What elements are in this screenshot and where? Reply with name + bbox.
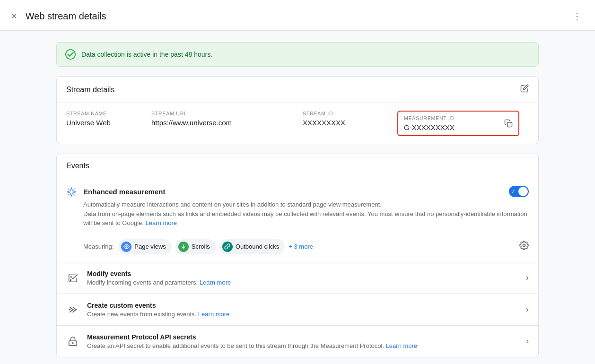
measurement-protocol-desc: Create an API secret to enable additiona…: [87, 342, 526, 349]
outbound-clicks-chip-label: Outbound clicks: [236, 243, 280, 250]
modify-events-learn-more[interactable]: Learn more: [200, 279, 231, 286]
main-content: Data collection is active in the past 48…: [37, 31, 558, 364]
measurement-protocol-content: Measurement Protocol API secrets Create …: [87, 333, 526, 349]
modify-events-desc: Modify incoming events and parameters. L…: [87, 279, 526, 286]
chip-outbound-clicks[interactable]: Outbound clicks: [219, 239, 285, 254]
stream-url-label: STREAM URL: [151, 111, 293, 116]
em-learn-more-link[interactable]: Learn more: [146, 219, 177, 226]
edit-icon[interactable]: [520, 84, 529, 95]
close-button[interactable]: ×: [9, 9, 19, 24]
modify-events-title: Modify events: [87, 270, 526, 277]
measurement-id-box: MEASUREMENT ID G-XXXXXXXXX: [397, 111, 519, 136]
stream-id-value: XXXXXXXXX: [303, 119, 388, 127]
measurement-id-field: MEASUREMENT ID G-XXXXXXXXX: [397, 111, 529, 136]
em-content: Enhanced measurement ✓ Automatically mea…: [83, 186, 529, 228]
stream-details-header: Stream details: [57, 77, 538, 103]
alert-banner: Data collection is active in the past 48…: [56, 42, 539, 67]
stream-id-field: STREAM ID XXXXXXXXX: [303, 111, 397, 127]
outbound-clicks-chip-icon: [222, 242, 233, 252]
page-views-chip-icon: [121, 242, 131, 252]
events-title: Events: [66, 162, 89, 170]
create-custom-events-title: Create custom events: [87, 302, 526, 309]
em-description: Automatically measure interactions and c…: [83, 200, 529, 228]
create-custom-events-icon: [66, 304, 79, 315]
stream-name-field: STREAM NAME Universe Web: [66, 111, 151, 127]
create-custom-events-desc: Create new events from existing events. …: [87, 311, 526, 318]
toggle-thumb: [518, 187, 528, 196]
modify-events-chevron: ›: [526, 273, 529, 283]
toggle-check-icon: ✓: [511, 188, 516, 195]
create-custom-events-learn-more[interactable]: Learn more: [198, 311, 229, 318]
measuring-label: Measuring:: [83, 243, 114, 250]
toggle-container[interactable]: ✓: [509, 186, 529, 197]
stream-url-value: https://www.universe.com: [151, 119, 293, 127]
measurement-protocol-learn-more[interactable]: Learn more: [386, 342, 417, 349]
chip-page-views[interactable]: Page views: [118, 239, 171, 254]
toggle-track[interactable]: ✓: [509, 186, 529, 197]
page-header: × Web stream details ⋮: [0, 0, 595, 31]
em-title: Enhanced measurement: [83, 188, 165, 196]
em-desc-text1: Automatically measure interactions and c…: [83, 201, 382, 208]
measuring-row: Measuring: Page views: [66, 233, 529, 262]
measurement-id-label: MEASUREMENT ID: [404, 115, 455, 121]
modify-events-item[interactable]: Modify events Modify incoming events and…: [57, 262, 538, 294]
scrolls-chip-icon: [178, 242, 189, 252]
svg-rect-1: [508, 122, 512, 127]
create-custom-events-content: Create custom events Create new events f…: [87, 302, 526, 318]
events-header: Events: [57, 154, 538, 178]
em-top: Enhanced measurement ✓ Automatically mea…: [66, 186, 529, 228]
header-left: × Web stream details: [9, 9, 106, 24]
measurement-protocol-title: Measurement Protocol API secrets: [87, 333, 526, 341]
enhanced-measurement-section: Enhanced measurement ✓ Automatically mea…: [57, 178, 538, 262]
scrolls-chip-label: Scrolls: [192, 243, 210, 250]
svg-point-10: [72, 342, 73, 343]
measuring-chips: Page views Scrolls: [118, 239, 516, 254]
measurement-id-inner: MEASUREMENT ID G-XXXXXXXXX: [404, 115, 455, 131]
page-views-chip-label: Page views: [134, 243, 166, 250]
stream-url-field: STREAM URL https://www.universe.com: [151, 111, 303, 127]
svg-point-3: [126, 246, 127, 247]
svg-point-5: [70, 279, 72, 281]
create-custom-events-item[interactable]: Create custom events Create new events f…: [57, 294, 538, 326]
chip-scrolls[interactable]: Scrolls: [175, 239, 216, 254]
svg-point-0: [66, 50, 75, 59]
stream-details-grid: STREAM NAME Universe Web STREAM URL http…: [57, 103, 538, 144]
em-title-row: Enhanced measurement ✓: [83, 186, 529, 197]
events-section: Events Enhanced measurement ✓: [56, 154, 539, 357]
check-circle-icon: [65, 49, 76, 60]
stream-id-label: STREAM ID: [303, 111, 388, 116]
gear-icon[interactable]: [519, 241, 529, 252]
page-title: Web stream details: [26, 11, 106, 22]
stream-details-title: Stream details: [66, 86, 114, 94]
measurement-protocol-icon: [66, 336, 79, 347]
stream-name-label: STREAM NAME: [66, 111, 142, 116]
create-custom-events-chevron: ›: [526, 304, 529, 314]
svg-point-4: [523, 244, 525, 247]
stream-details-card: Stream details STREAM NAME Universe Web …: [56, 76, 539, 144]
measurement-protocol-chevron: ›: [526, 336, 529, 346]
copy-icon[interactable]: [504, 119, 513, 128]
measurement-protocol-item[interactable]: Measurement Protocol API secrets Create …: [57, 326, 538, 357]
stream-name-value: Universe Web: [66, 119, 142, 127]
more-options-button[interactable]: ⋮: [570, 9, 584, 24]
more-chips-link[interactable]: + 3 more: [289, 243, 313, 250]
modify-events-icon: [66, 273, 79, 283]
sparkles-icon: [66, 187, 77, 200]
alert-text: Data collection is active in the past 48…: [81, 51, 212, 58]
measurement-id-value: G-XXXXXXXXX: [404, 123, 455, 131]
svg-point-7: [70, 309, 70, 310]
modify-events-content: Modify events Modify incoming events and…: [87, 270, 526, 286]
